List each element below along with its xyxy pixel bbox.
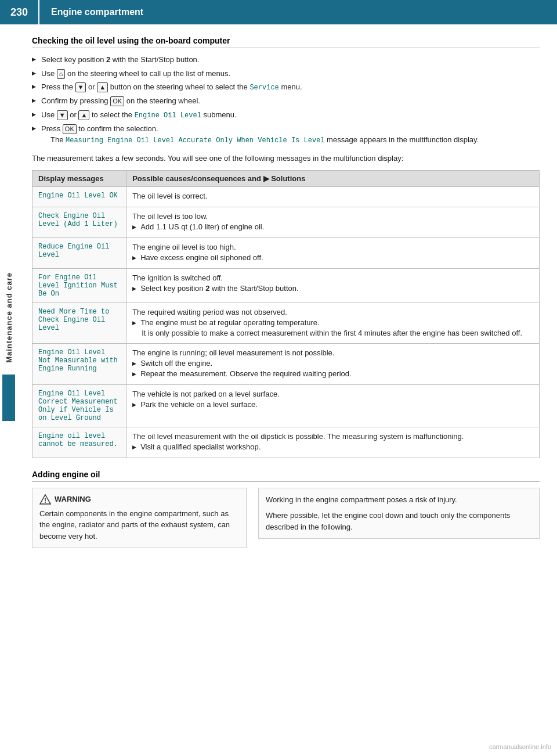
warning-header: ! WARNING [39,494,239,505]
instruction-1: Select key position 2 with the Start/Sto… [32,54,540,66]
solutions-cell: The engine oil level is too high.Have ex… [126,237,540,268]
display-message-cell: Reduce Engine OilLevel [32,237,126,268]
solutions-cell: The oil level measurement with the oil d… [126,427,540,458]
solution-item: Visit a qualified specialist workshop. [132,442,533,451]
header-bar: 230 Engine compartment [0,0,557,24]
solution-item: The engine oil level is too high. [132,243,533,251]
solution-item: Select key position 2 with the Start/Sto… [132,284,533,293]
display-message-cell: Need More Time toCheck Engine OilLevel [32,303,126,343]
info-line-2: Where possible, let the engine cool down… [266,510,532,532]
intro-paragraph: The measurement takes a few seconds. You… [32,153,540,164]
side-accent-bar [2,375,15,421]
solutions-cell: The oil level is too low.Add 1.1 US qt (… [126,207,540,237]
info-box: Working in the engine compartment poses … [258,488,540,539]
col1-header: Display messages [32,170,126,186]
solution-item: The oil level measurement with the oil d… [132,432,533,441]
solutions-cell: The required waiting period was not obse… [126,303,540,343]
svg-text:!: ! [44,497,46,504]
solution-item: The oil level is too low. [132,212,533,221]
section1-heading: Checking the oil level using the on-boar… [32,36,540,48]
table-row: Reduce Engine OilLevelThe engine oil lev… [32,237,540,268]
instruction-4: Confirm by pressing OK on the steering w… [32,95,540,107]
table-row: Engine Oil Level OKThe oil level is corr… [32,186,540,207]
solution-item: The required waiting period was not obse… [132,308,533,316]
instruction-3: Press the ▼ or ▲ button on the steering … [32,81,540,93]
solution-item: It is only possible to make a correct me… [132,329,533,337]
solutions-cell: The ignition is switched off.Select key … [126,268,540,303]
display-message-cell: For Engine OilLevel Ignition MustBe On [32,268,126,303]
side-label: Maintenance and care [5,272,13,363]
solution-item: Switch off the engine. [132,359,533,368]
two-column-layout: ! WARNING Certain components in the engi… [32,488,540,553]
warning-label: WARNING [55,495,91,503]
solutions-cell: The vehicle is not parked on a level sur… [126,384,540,427]
warning-text: Certain components in the engine compart… [39,508,239,542]
solution-item: Repeat the measurement. Observe the requ… [132,369,533,378]
table-row: Engine oil levelcannot be measured.The o… [32,427,540,458]
display-message-cell: Engine oil levelcannot be measured. [32,427,126,458]
table-row: Engine Oil LevelCorrect MeasurementOnly … [32,384,540,427]
display-message-cell: Check Engine OilLevel (Add 1 Liter) [32,207,126,237]
warning-triangle-icon: ! [39,494,51,505]
solutions-cell: The oil level is correct. [126,186,540,207]
display-messages-table: Display messages Possible causes/consequ… [32,170,540,458]
instruction-6: Press OK to confirm the selection. The M… [32,123,540,146]
table-row: Need More Time toCheck Engine OilLevelTh… [32,303,540,343]
info-line-1: Working in the engine compartment poses … [266,494,532,506]
solution-item: The vehicle is not parked on a level sur… [132,390,533,398]
solution-item: The engine is running; oil level measure… [132,348,533,357]
right-column: Working in the engine compartment poses … [258,488,540,553]
solutions-cell: The engine is running; oil level measure… [126,343,540,384]
solution-item: Park the vehicle on a level surface. [132,400,533,409]
solution-item: Add 1.1 US qt (1.0 liter) of engine oil. [132,222,533,231]
display-message-cell: Engine Oil Level OK [32,186,126,207]
solution-item: The oil level is correct. [132,192,533,200]
watermark: carmanualsonline.info [489,743,551,750]
section2-heading: Adding engine oil [32,470,540,482]
table-row: For Engine OilLevel Ignition MustBe OnTh… [32,268,540,303]
solution-item: Have excess engine oil siphoned off. [132,253,533,262]
display-message-cell: Engine Oil LevelNot Measurable withEngin… [32,343,126,384]
table-row: Engine Oil LevelNot Measurable withEngin… [32,343,540,384]
instructions-list: Select key position 2 with the Start/Sto… [32,54,540,146]
instruction-5: Use ▼ or ▲ to select the Engine Oil Leve… [32,109,540,121]
col2-header: Possible causes/consequences and ▶ Solut… [126,170,540,186]
page-number: 230 [0,0,39,24]
table-row: Check Engine OilLevel (Add 1 Liter)The o… [32,207,540,237]
left-column: ! WARNING Certain components in the engi… [32,488,247,553]
instruction-2: Use ⌂ on the steering wheel to call up t… [32,68,540,80]
display-message-cell: Engine Oil LevelCorrect MeasurementOnly … [32,384,126,427]
section2: Adding engine oil ! WARNING [32,470,540,553]
page-title: Engine compartment [39,7,143,17]
solution-item: The engine must be at regular operating … [132,318,533,327]
solution-item: The ignition is switched off. [132,273,533,282]
warning-box: ! WARNING Certain components in the engi… [32,488,247,549]
